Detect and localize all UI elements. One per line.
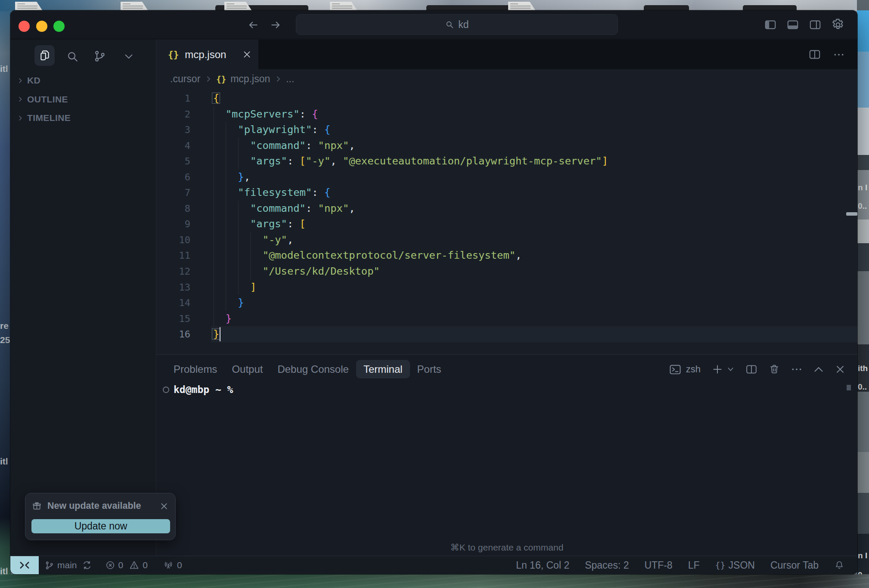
code-line[interactable]: 14 } (156, 295, 857, 311)
line-number: 7 (156, 185, 190, 201)
breadcrumb-file[interactable]: mcp.json (230, 73, 270, 85)
sidebar-section-kd[interactable]: KD (10, 72, 156, 89)
line-number: 5 (156, 154, 190, 170)
code-line[interactable]: 12 "/Users/kd/Desktop" (156, 263, 857, 279)
code-line[interactable]: 7 "filesystem": { (156, 185, 857, 201)
kill-terminal-icon[interactable] (769, 364, 780, 375)
terminal-prompt: kd@mbp ~ % (174, 384, 233, 395)
status-cursor-tab[interactable]: Cursor Tab (770, 560, 819, 571)
scrollbar-thumb[interactable] (846, 212, 857, 216)
warnings-icon (129, 560, 140, 570)
toast-close-icon[interactable] (160, 502, 168, 511)
tab-close-icon[interactable] (242, 50, 251, 59)
code-line[interactable]: 15 } (156, 311, 857, 327)
toggle-panel-icon[interactable] (786, 19, 799, 31)
code-line[interactable]: 11 "@modelcontextprotocol/server-filesys… (156, 248, 857, 263)
panel-tab-output[interactable]: Output (224, 360, 270, 378)
background-text-fragment: 0.. (858, 382, 867, 392)
panel-tab-ports[interactable]: Ports (410, 360, 449, 378)
sidebar-section-outline[interactable]: OUTLINE (10, 91, 156, 108)
bell-icon[interactable] (834, 560, 844, 570)
toggle-secondary-sidebar-icon[interactable] (809, 19, 822, 31)
panel-tab-problems[interactable]: Problems (166, 360, 224, 378)
tab-label: mcp.json (185, 49, 226, 61)
panel-tab-terminal[interactable]: Terminal (356, 360, 410, 378)
more-actions-icon[interactable] (833, 49, 844, 60)
breadcrumb[interactable]: .cursor {} mcp.json ... (156, 69, 857, 89)
gear-icon[interactable] (831, 18, 845, 32)
line-number: 10 (156, 232, 190, 248)
code-line[interactable]: 1{ (156, 90, 857, 106)
line-number: 3 (156, 122, 190, 138)
status-lf[interactable]: LF (688, 560, 700, 571)
traffic-light-minimize[interactable] (36, 21, 47, 32)
maximize-panel-icon[interactable] (813, 366, 824, 373)
status-json[interactable]: {}JSON (715, 560, 754, 571)
background-text-fragment: itl (0, 64, 8, 74)
code-line[interactable]: 4 "command": "npx", (156, 138, 857, 154)
code-line[interactable]: 5 "args": ["-y", "@executeautomation/pla… (156, 153, 857, 169)
background-text-fragment: n l (858, 183, 867, 192)
background-text-fragment: 0.. (858, 201, 867, 211)
traffic-light-close[interactable] (19, 21, 30, 32)
sync-icon (82, 560, 92, 570)
search-icon (445, 20, 454, 29)
close-panel-icon[interactable] (835, 364, 845, 374)
shell-selector[interactable]: zsh (669, 363, 701, 375)
status-spaces-2[interactable]: Spaces: 2 (585, 560, 629, 571)
code-line[interactable]: 3 "playwright": { (156, 122, 857, 138)
terminal-scrollbar[interactable] (847, 385, 851, 390)
chevron-down-icon[interactable] (124, 53, 134, 59)
line-number: 11 (156, 248, 190, 264)
code-line[interactable]: 9 "args": [ (156, 216, 857, 232)
line-number: 8 (156, 201, 190, 217)
terminal-prompt-line[interactable]: kd@mbp ~ % (163, 384, 233, 395)
source-control-icon[interactable] (93, 50, 106, 63)
code-line[interactable]: 6 }, (156, 169, 857, 185)
json-file-icon: {} (216, 74, 226, 84)
toggle-sidebar-icon[interactable] (764, 19, 777, 31)
panel-more-icon[interactable] (791, 364, 802, 375)
forward-arrow-icon[interactable] (270, 19, 281, 31)
status-utf-8[interactable]: UTF-8 (644, 560, 672, 571)
toast-title: New update available (47, 501, 141, 511)
breadcrumb-more[interactable]: ... (286, 73, 294, 85)
split-terminal-icon[interactable] (745, 364, 757, 375)
code-line[interactable]: 2 "mcpServers": { (156, 106, 857, 122)
back-arrow-icon[interactable] (248, 19, 259, 31)
branch-icon (44, 560, 54, 570)
sidebar-section-timeline[interactable]: TIMELINE (10, 109, 156, 127)
branch-indicator[interactable]: main (44, 560, 92, 570)
code-lines: 1{2 "mcpServers": {3 "playwright": {4 "c… (156, 90, 857, 342)
background-text-fragment: n l (858, 551, 867, 560)
line-number: 9 (156, 217, 190, 232)
section-label: KD (27, 75, 40, 86)
terminal-hint: ⌘K to generate a command (156, 542, 857, 553)
new-terminal-icon[interactable] (712, 364, 734, 375)
explorer-icon[interactable] (34, 45, 55, 66)
warnings-count: 0 (143, 560, 148, 570)
breadcrumb-folder[interactable]: .cursor (170, 73, 200, 85)
panel-tab-debug-console[interactable]: Debug Console (270, 360, 356, 378)
ports-indicator[interactable]: 0 (163, 560, 182, 570)
status-bar: main 0 0 0 Ln 16 (10, 556, 857, 574)
code-line[interactable]: 16} (156, 326, 857, 342)
split-editor-icon[interactable] (808, 49, 821, 60)
problems-indicator[interactable]: 0 0 (105, 560, 148, 570)
status-ln-16-col-2[interactable]: Ln 16, Col 2 (516, 560, 569, 571)
code-line[interactable]: 8 "command": "npx", (156, 201, 857, 217)
remote-indicator[interactable] (10, 556, 39, 575)
code-editor[interactable]: 1{2 "mcpServers": {3 "playwright": {4 "c… (156, 89, 857, 354)
search-sidebar-icon[interactable] (66, 50, 79, 63)
code-line[interactable]: 13 ] (156, 279, 857, 295)
tab-mcp-json[interactable]: {} mcp.json (156, 40, 258, 69)
shell-label: zsh (686, 364, 701, 375)
update-now-button[interactable]: Update now (31, 519, 170, 533)
line-number: 6 (156, 170, 190, 186)
search-input[interactable]: kd (296, 14, 618, 35)
code-line[interactable]: 10 "-y", (156, 232, 857, 248)
gift-icon (32, 501, 42, 511)
tab-bar: {} mcp.json (156, 40, 857, 69)
traffic-light-zoom[interactable] (53, 21, 65, 32)
line-number: 13 (156, 280, 190, 296)
